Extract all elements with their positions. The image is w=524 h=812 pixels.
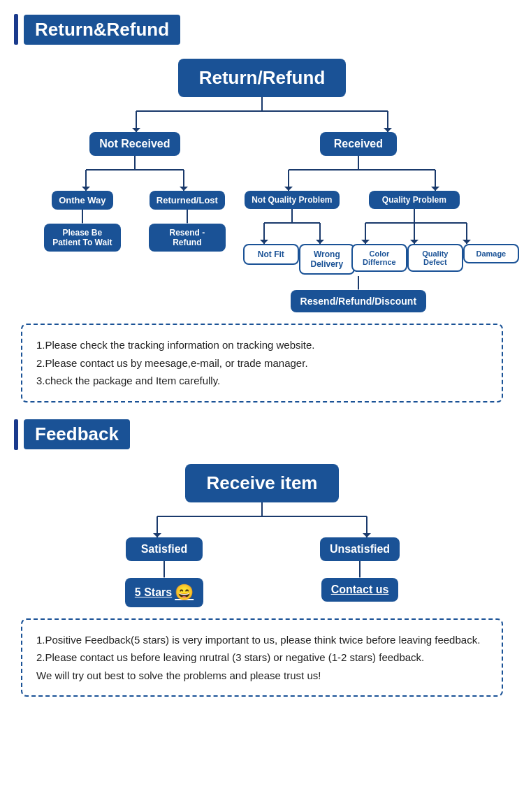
resolution-node: Resend/Refund/Discount	[291, 290, 426, 312]
not-received-children: Onthe Way Please Be Patient To Wait Retu…	[44, 191, 226, 252]
svg-rect-12	[82, 210, 83, 219]
section1-header: Return&Refund	[14, 14, 510, 45]
satisfied-node: Satisfied	[126, 537, 203, 561]
root-split-connector	[52, 97, 472, 132]
received-split	[240, 156, 477, 191]
color-diff-node: Color Differnce	[351, 244, 407, 272]
note3: 3.check the package and Item carefully.	[36, 372, 488, 390]
patient-node: Please Be Patient To Wait	[44, 224, 121, 252]
feedback-note2: 2.Please contact us before leaving nrutr…	[36, 648, 488, 667]
returned-node: Returned/Lost	[150, 191, 225, 210]
svg-rect-44	[163, 561, 165, 574]
feedback-split-connector	[87, 502, 437, 537]
five-stars-node: 5 Stars 😄	[125, 578, 203, 607]
quality-defect-node: Quality Defect	[407, 244, 463, 272]
not-received-split	[44, 156, 226, 191]
svg-rect-14	[187, 210, 188, 219]
svg-rect-36	[358, 276, 359, 286]
ontheway-branch: Onthe Way Please Be Patient To Wait	[44, 191, 121, 252]
root-node: Return/Refund	[178, 59, 347, 97]
level2-row: Not Received Onthe Way Please Be Patient…	[17, 132, 507, 312]
quality-problem-branch: Quality Problem Color Differnce Quality	[351, 191, 477, 272]
resend-node: Resend - Refund	[149, 224, 226, 252]
receive-item-node: Receive item	[185, 464, 339, 502]
section2-title: Feedback	[24, 419, 130, 449]
satisfied-branch: Satisfied 5 Stars 😄	[94, 537, 234, 607]
quality-problem-node: Quality Problem	[369, 191, 460, 209]
contact-us-node: Contact us	[321, 578, 399, 602]
section2-header: Feedback	[14, 419, 510, 450]
wrong-delivery-node: Wrong Delivery	[299, 244, 355, 275]
header-bar	[14, 14, 18, 45]
not-received-branch: Not Received Onthe Way Please Be Patient…	[38, 132, 231, 252]
feedback-flowchart: Receive item Satisfied 5 Stars 😄 Unsatis…	[14, 464, 510, 607]
svg-marker-47	[359, 574, 361, 578]
received-node: Received	[320, 132, 397, 156]
received-branch: Received Not Quality Problem	[231, 132, 486, 312]
not-fit-node: Not Fit	[243, 244, 299, 265]
not-received-node: Not Received	[89, 132, 180, 156]
return-refund-flowchart: Return/Refund Not Received	[14, 59, 510, 312]
emoji-icon: 😄	[175, 583, 194, 602]
unsatisfied-branch: Unsatisfied Contact us	[290, 537, 430, 602]
feedback-note1: 1.Positive Feedback(5 stars) is very imp…	[36, 631, 488, 649]
svg-rect-46	[359, 561, 361, 574]
note2: 2.Please contact us by meesage,e-mail, o…	[36, 354, 488, 372]
not-quality-node: Not Quality Problem	[245, 191, 339, 209]
svg-marker-45	[163, 574, 165, 578]
unsatisfied-node: Unsatisfied	[320, 537, 400, 561]
section1-title: Return&Refund	[24, 15, 180, 45]
note1: 1.Please check the tracking information …	[36, 336, 488, 354]
not-quality-branch: Not Quality Problem Not Fit Wrong Delive…	[240, 191, 344, 275]
damage-node: Damage	[463, 244, 519, 263]
received-children: Not Quality Problem Not Fit Wrong Delive…	[240, 191, 477, 275]
returned-branch: Returned/Lost Resend - Refund	[149, 191, 226, 252]
section1-notes: 1.Please check the tracking information …	[21, 324, 503, 403]
ontheway-node: Onthe Way	[52, 191, 112, 210]
feedback-note3: We will try out best to solve the proble…	[36, 667, 488, 685]
feedback-level2: Satisfied 5 Stars 😄 Unsatisfied Contact …	[87, 537, 437, 607]
header-bar2	[14, 419, 18, 450]
section2-notes: 1.Positive Feedback(5 stars) is very imp…	[21, 618, 503, 697]
